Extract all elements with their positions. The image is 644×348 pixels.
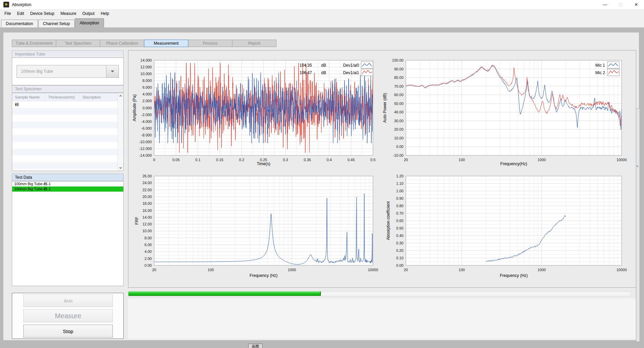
y-tick-labels: -10.000.0010.0020.0030.0040.0050.0060.00… (392, 58, 403, 157)
arm-button[interactable]: Arm (23, 295, 113, 307)
svg-text:20: 20 (404, 158, 408, 162)
specimen-row (12, 142, 123, 149)
svg-text:10000: 10000 (617, 268, 627, 272)
svg-text:0.60: 0.60 (396, 219, 403, 223)
menu-item-file[interactable]: File (1, 9, 14, 18)
svg-text:18.00: 18.00 (142, 201, 152, 205)
subtab-report[interactable]: Report (232, 40, 276, 47)
subtab-tube-environment[interactable]: Tube & Environment (12, 40, 56, 47)
y-tick-labels: 0.002.004.006.008.0010.0012.0014.0016.00… (142, 174, 152, 267)
x-axis-label: Frequency (Hz) (250, 273, 278, 278)
subtab-process[interactable]: Process (188, 40, 232, 47)
svg-text:0.35: 0.35 (304, 158, 311, 162)
time-waveform-chart: -14.000-12.000-10.000-8.000-6.000-4.000-… (131, 48, 380, 173)
y-axis-label: Amplitude (Pa) (132, 94, 137, 121)
legend-level-value: 106.47 (299, 70, 312, 75)
tab-channel-setup[interactable]: Channel Setup (38, 20, 75, 27)
svg-text:-14.000: -14.000 (139, 153, 152, 157)
x-tick-labels: 20100100010000 (152, 268, 378, 272)
tab-absorption[interactable]: Absorption (75, 18, 104, 27)
svg-text:0.000: 0.000 (142, 106, 152, 110)
menu-item-output[interactable]: Output (79, 9, 98, 18)
legend-plot-icon[interactable] (361, 62, 373, 68)
svg-text:-4.000: -4.000 (141, 119, 152, 124)
y-tick-labels: 0.000.100.200.300.400.500.600.700.800.90… (396, 174, 403, 267)
collapse-panel-chevron-icon[interactable]: < (637, 165, 638, 168)
svg-text:0: 0 (153, 158, 155, 162)
x-tick-labels: 20100100010000 (404, 268, 627, 272)
svg-text:100: 100 (459, 158, 465, 162)
subtab-test-specimen[interactable]: Test Specimen (56, 40, 100, 47)
y-axis-label: Absorption coefficient (386, 201, 391, 240)
svg-text:-6.000: -6.000 (141, 126, 152, 130)
impedance-tube-section: 100mm Big Tube (12, 58, 124, 85)
window-controls: — ☐ ✕ (597, 0, 644, 9)
svg-text:-2.000: -2.000 (141, 113, 152, 117)
svg-text:1000: 1000 (538, 158, 546, 162)
svg-text:100: 100 (459, 268, 465, 272)
specimen-col-thickness-mm: Thickness(mm) (45, 93, 80, 101)
svg-text:0.70: 0.70 (396, 211, 403, 215)
taskbar-peek-window[interactable]: 画图 (248, 344, 263, 348)
right-panel-scrollbar[interactable]: < (636, 108, 640, 342)
legend-series-name: Dev1/ai1 (343, 70, 359, 75)
absorption-coefficient-chart: 0.000.100.200.300.400.500.600.700.800.90… (382, 165, 635, 284)
menu-item-help[interactable]: Help (98, 9, 112, 18)
svg-text:0.15: 0.15 (216, 158, 223, 162)
main-tabstrip: DocumentationChannel SetupAbsorption (0, 18, 644, 27)
subtab-measurement[interactable]: Measurement (144, 40, 188, 47)
svg-text:0.20: 0.20 (396, 248, 403, 253)
specimen-row (12, 155, 123, 162)
maximize-button[interactable]: ☐ (613, 0, 628, 9)
svg-text:2.000: 2.000 (142, 99, 152, 103)
specimen-row (12, 108, 123, 115)
svg-text:0.2: 0.2 (239, 158, 244, 162)
scroll-up-icon[interactable] (119, 94, 122, 96)
svg-text:90.00: 90.00 (394, 67, 403, 71)
legend-plot-icon[interactable] (607, 62, 619, 68)
test-data-item[interactable]: 100mm Big Tube-棉-2 (12, 187, 123, 192)
specimen-row[interactable]: 棉 (12, 101, 123, 108)
svg-text:20: 20 (404, 268, 408, 272)
specimen-row (12, 135, 123, 142)
svg-text:10.00: 10.00 (394, 136, 403, 140)
tube-select-arrow[interactable] (106, 65, 119, 78)
test-data-item[interactable]: 100mm Big Tube-棉-1 (12, 181, 123, 187)
auto-power-chart: -10.000.0010.0020.0030.0040.0050.0060.00… (382, 48, 635, 173)
menu-item-edit[interactable]: Edit (14, 9, 27, 18)
svg-text:50.00: 50.00 (394, 102, 403, 106)
svg-text:0.45: 0.45 (348, 158, 355, 162)
svg-text:10.00: 10.00 (142, 229, 152, 233)
svg-text:0.30: 0.30 (396, 241, 403, 245)
svg-text:0.10: 0.10 (396, 256, 403, 260)
minimize-button[interactable]: — (597, 0, 613, 9)
svg-text:10000: 10000 (368, 268, 378, 272)
measure-button[interactable]: Measure (23, 309, 113, 322)
close-button[interactable]: ✕ (628, 0, 644, 9)
progress-fill (128, 291, 321, 296)
specimen-table: Sample NameThickness(mm)Discription棉 (12, 93, 124, 171)
svg-text:-10.000: -10.000 (139, 140, 152, 144)
specimen-scrollbar[interactable] (118, 93, 123, 170)
tube-select[interactable]: 100mm Big Tube (17, 65, 119, 78)
stop-button[interactable]: Stop (23, 325, 113, 338)
svg-text:-8.000: -8.000 (141, 133, 152, 137)
scroll-down-icon[interactable] (119, 167, 122, 169)
tube-select-value: 100mm Big Tube (17, 69, 106, 74)
svg-text:80.00: 80.00 (394, 75, 403, 80)
svg-text:0.80: 0.80 (396, 204, 403, 208)
menu-item-device-setup[interactable]: Device Setup (27, 9, 57, 18)
svg-text:10000: 10000 (617, 158, 627, 162)
app-icon (3, 2, 9, 7)
test-data-list: 100mm Big Tube-棉-1100mm Big Tube-棉-2 (12, 181, 124, 286)
menu-item-measure[interactable]: Measure (57, 9, 79, 18)
legend-series-name: Dev1/ai0 (343, 63, 359, 68)
svg-text:0.4: 0.4 (327, 158, 332, 162)
legend-series-name: Mic 2 (595, 70, 605, 75)
specimen-row (12, 149, 123, 155)
svg-text:20.00: 20.00 (394, 127, 403, 131)
svg-text:20.00: 20.00 (142, 195, 152, 199)
subtab-phase-calibration[interactable]: Phase Calibration (100, 40, 144, 47)
svg-text:70.00: 70.00 (394, 84, 403, 88)
tab-documentation[interactable]: Documentation (1, 20, 38, 27)
